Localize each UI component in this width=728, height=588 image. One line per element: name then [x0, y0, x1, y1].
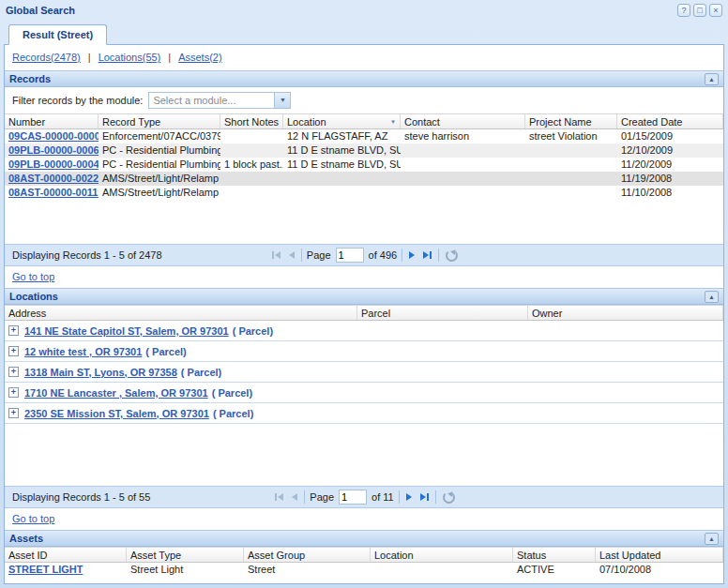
- cell-location: [371, 563, 513, 577]
- cell-location: 11 D E stname BLVD, SUITE u...: [283, 158, 401, 172]
- parcel-suffix: ( Parcel): [145, 346, 186, 357]
- address-link[interactable]: 2350 SE Mission ST, Salem, OR 97301: [24, 408, 209, 419]
- assets-count-link[interactable]: Assets(2): [178, 52, 221, 63]
- record-number-link[interactable]: 08AST-00000-00119: [8, 187, 99, 198]
- column-header-contact[interactable]: Contact: [401, 114, 525, 128]
- records-count-link[interactable]: Records(2478): [12, 52, 81, 63]
- column-header-created-date[interactable]: Created Date: [617, 114, 723, 128]
- global-search-window: Global Search ? □ × Result (Street) Reco…: [0, 0, 728, 588]
- expand-icon[interactable]: +: [8, 408, 19, 418]
- cell-location: [283, 186, 401, 200]
- refresh-icon[interactable]: [443, 491, 455, 504]
- assets-section-title: Assets: [9, 533, 43, 544]
- cell-project-name: [525, 172, 617, 186]
- expand-icon[interactable]: +: [8, 346, 19, 356]
- address-link[interactable]: 12 white test , OR 97301: [24, 346, 142, 357]
- location-row: + 1318 Main ST, Lyons, OR 97358 ( Parcel…: [5, 362, 723, 383]
- window-title: Global Search: [6, 5, 75, 16]
- column-header-address[interactable]: Address: [5, 306, 357, 320]
- expand-icon[interactable]: +: [8, 387, 19, 398]
- address-link[interactable]: 141 NE State Capitol ST, Salem, OR 97301: [24, 325, 229, 337]
- table-row[interactable]: 08AST-00000-00226 AMS/Street/Light/Relam…: [5, 172, 723, 186]
- column-header-short-notes[interactable]: Short Notes: [220, 114, 283, 128]
- column-header-asset-type[interactable]: Asset Type: [127, 548, 244, 562]
- column-header-number[interactable]: Number: [5, 114, 99, 128]
- cell-contact: [401, 172, 525, 186]
- first-page-button[interactable]: [270, 249, 282, 261]
- table-row[interactable]: 09CAS-00000-00004 Enforcement/07ACC/0379…: [5, 129, 723, 143]
- location-row: + 2350 SE Mission ST, Salem, OR 97301 ( …: [5, 403, 723, 424]
- next-page-button[interactable]: [404, 491, 414, 503]
- cell-record-type: AMS/Street/Light/Relamp: [99, 172, 220, 186]
- cell-asset-group: Street: [244, 563, 371, 577]
- cell-created-date: 11/20/2009: [617, 158, 723, 172]
- assets-grid-header: Asset ID Asset Type Asset Group Location…: [5, 547, 723, 563]
- record-number-link[interactable]: 09PLB-00000-00045: [8, 158, 99, 170]
- column-header-last-updated[interactable]: Last Updated: [596, 548, 723, 562]
- cell-project-name: [525, 158, 617, 172]
- go-to-top-link[interactable]: Go to top: [12, 513, 54, 524]
- location-row: + 141 NE State Capitol ST, Salem, OR 973…: [5, 321, 723, 341]
- collapse-icon[interactable]: ▲: [705, 291, 719, 303]
- column-header-asset-group[interactable]: Asset Group: [244, 548, 371, 562]
- cell-short-notes: [220, 129, 283, 143]
- collapse-icon[interactable]: ▲: [705, 73, 719, 85]
- locations-section-header: Locations ▲: [5, 288, 723, 305]
- asset-id-link[interactable]: STREET LIGHT: [8, 564, 83, 575]
- column-header-owner[interactable]: Owner: [528, 306, 723, 320]
- last-page-button[interactable]: [421, 249, 433, 261]
- records-paging-bar: Displaying Records 1 - 5 of 2478 Page of…: [5, 244, 723, 266]
- address-link[interactable]: 1710 NE Lancaster , Salem, OR 97301: [24, 387, 208, 399]
- cell-last-updated: 07/10/2008: [596, 563, 723, 577]
- column-header-parcel[interactable]: Parcel: [357, 306, 528, 320]
- tab-result-street[interactable]: Result (Street): [8, 24, 107, 45]
- next-page-button[interactable]: [407, 249, 417, 261]
- prev-page-button[interactable]: [287, 249, 296, 261]
- table-row[interactable]: STREET LIGHT Street Light Street ACTIVE …: [5, 563, 723, 577]
- column-header-project-name[interactable]: Project Name: [525, 114, 617, 128]
- column-header-asset-id[interactable]: Asset ID: [5, 548, 127, 562]
- refresh-icon[interactable]: [446, 249, 458, 262]
- column-menu-icon[interactable]: ▼: [387, 119, 396, 125]
- records-filter-row: Filter records by the module: Select a m…: [5, 87, 723, 113]
- cell-short-notes: [220, 143, 283, 158]
- column-header-location[interactable]: Location▼: [283, 114, 401, 128]
- table-row[interactable]: 09PLB-00000-00066 PC - Residential Plumb…: [5, 143, 723, 158]
- cell-contact: [401, 143, 525, 158]
- record-number-link[interactable]: 09CAS-00000-00004: [8, 130, 99, 142]
- cell-project-name: [525, 143, 617, 158]
- restore-icon[interactable]: □: [693, 4, 706, 17]
- close-icon[interactable]: ×: [709, 4, 722, 17]
- first-page-button[interactable]: [273, 491, 285, 503]
- tabstrip: Result (Street): [0, 21, 728, 44]
- locations-count-link[interactable]: Locations(55): [99, 52, 161, 63]
- collapse-icon[interactable]: ▲: [705, 533, 719, 545]
- column-header-status[interactable]: Status: [513, 548, 596, 562]
- cell-contact: steve harrison: [401, 129, 525, 143]
- cell-created-date: 01/15/2009: [617, 129, 723, 143]
- record-number-link[interactable]: 08AST-00000-00226: [8, 173, 99, 184]
- column-header-location[interactable]: Location: [371, 548, 513, 562]
- page-input[interactable]: [339, 490, 367, 505]
- records-go-to-top-row: Go to top: [5, 266, 723, 288]
- locations-status-text: Displaying Records 1 - 5 of 55: [12, 491, 150, 503]
- summary-links: Records(2478) | Locations(55) | Assets(2…: [5, 45, 723, 70]
- location-row: + 12 white test , OR 97301 ( Parcel): [5, 341, 723, 362]
- go-to-top-link[interactable]: Go to top: [12, 271, 54, 282]
- address-link[interactable]: 1318 Main ST, Lyons, OR 97358: [24, 367, 177, 378]
- cell-contact: [401, 158, 525, 172]
- record-number-link[interactable]: 09PLB-00000-00066: [8, 144, 99, 156]
- help-icon[interactable]: ?: [677, 4, 690, 17]
- last-page-button[interactable]: [418, 491, 431, 503]
- locations-grid-header: Address Parcel Owner: [5, 305, 723, 321]
- table-row[interactable]: 09PLB-00000-00045 PC - Residential Plumb…: [5, 158, 723, 172]
- expand-icon[interactable]: +: [8, 367, 19, 377]
- location-row: + 1710 NE Lancaster , Salem, OR 97301 ( …: [5, 383, 723, 403]
- module-filter-select[interactable]: Select a module... ▼: [148, 92, 291, 109]
- page-input[interactable]: [336, 248, 364, 263]
- column-header-record-type[interactable]: Record Type: [99, 114, 220, 128]
- expand-icon[interactable]: +: [8, 325, 19, 336]
- prev-page-button[interactable]: [290, 491, 299, 503]
- cell-short-notes: [220, 172, 283, 186]
- table-row[interactable]: 08AST-00000-00119 AMS/Street/Light/Relam…: [5, 186, 723, 200]
